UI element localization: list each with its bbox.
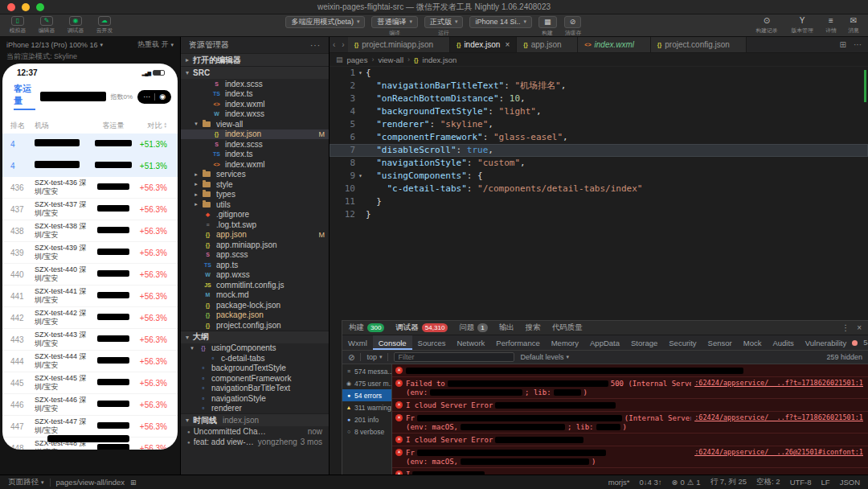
- outline-item[interactable]: ▫c-detail-tabs: [181, 353, 329, 364]
- console-filter-item[interactable]: ○8 verbose: [342, 425, 391, 438]
- close-window-button[interactable]: [7, 3, 15, 11]
- devtools-tab-storage[interactable]: Storage: [625, 335, 663, 350]
- messages-button[interactable]: ✉消息: [847, 16, 860, 35]
- clear-cache-button[interactable]: ⊘: [564, 16, 582, 28]
- tree-item[interactable]: <>index.wxml: [181, 99, 329, 109]
- console-message[interactable]: ×: [392, 364, 868, 377]
- close-panel-icon[interactable]: ×: [857, 323, 862, 332]
- code-line[interactable]: 8 "navigationStyle": "custom",: [330, 157, 868, 170]
- console-message[interactable]: ×I cloud Server Error: [392, 399, 868, 412]
- tree-item[interactable]: TSapp.ts: [181, 260, 329, 270]
- devtools-tab-wxml[interactable]: Wxml: [342, 335, 373, 350]
- table-row[interactable]: 4+51.3%: [2, 134, 178, 155]
- tree-item[interactable]: ≡.log.txt.swp: [181, 220, 329, 230]
- eol[interactable]: LF: [821, 478, 830, 487]
- table-row[interactable]: 445SZX-test-445 深圳/宝安+56.3%: [2, 372, 178, 394]
- panel-tab[interactable]: 构建300: [349, 323, 384, 333]
- fold-icon[interactable]: ▾: [355, 170, 366, 183]
- table-row[interactable]: 440SZX-test-440 深圳/宝安+56.3%: [2, 264, 178, 286]
- source-link[interactable]: :62424/appservice/__..f?t=1718626021501:…: [694, 379, 863, 387]
- tree-item[interactable]: TSindex.ts: [181, 150, 329, 160]
- page-tab[interactable]: 客运量: [14, 83, 35, 110]
- tree-item[interactable]: {}package.json: [181, 310, 329, 321]
- table-row[interactable]: 446SZX-test-446 深圳/宝安+56.3%: [2, 394, 178, 416]
- code-line[interactable]: 5 "renderer": "skyline",: [330, 118, 868, 131]
- details-button[interactable]: ≡详情: [825, 16, 837, 35]
- table-row[interactable]: 438SZX-test-438 深圳/宝安+56.3%: [2, 220, 178, 242]
- console-message[interactable]: ×I: [392, 468, 868, 475]
- outline-item[interactable]: ▾{}usingComponents: [181, 343, 329, 354]
- split-editor-icon[interactable]: ⊞: [840, 40, 846, 49]
- zoom-window-button[interactable]: [36, 3, 44, 11]
- code-editor[interactable]: 1▾{2 "navigationBarTitleText": "机场排名",3 …: [330, 67, 868, 221]
- indentation[interactable]: 空格: 2: [756, 477, 780, 487]
- timeline-entry[interactable]: ●feat: add view-all ...yongzheng3 mos: [181, 437, 329, 447]
- compile-mode-dropdown[interactable]: 普通编译 ▾: [371, 16, 418, 28]
- close-tab-icon[interactable]: ×: [505, 40, 510, 49]
- tree-item[interactable]: Wapp.wxss: [181, 270, 329, 281]
- git-branch[interactable]: morjs*: [608, 478, 630, 487]
- outline-item[interactable]: ▫renderer: [181, 404, 329, 414]
- exit-icon[interactable]: ◉: [159, 92, 166, 101]
- console-filter-item[interactable]: ●201 info: [342, 413, 391, 425]
- console-message[interactable]: ×I cloud Server Error: [392, 434, 868, 446]
- tree-item[interactable]: ▸utils: [181, 199, 329, 210]
- statusbar-page-path[interactable]: pages/view-all/index: [56, 478, 125, 487]
- table-row[interactable]: 439SZX-test-439 深圳/宝安+56.3%: [2, 242, 178, 264]
- table-row[interactable]: 447SZX-test-447 深圳/宝安+56.3%: [2, 416, 178, 438]
- console-message[interactable]: ×Failed to 500 (Internal Server Error)(e…: [392, 377, 868, 399]
- tree-item[interactable]: {}app.miniapp.json: [181, 240, 329, 250]
- src-section[interactable]: ▾ SRC: [181, 66, 329, 79]
- code-line[interactable]: 2 "navigationBarTitleText": "机场排名",: [330, 80, 868, 92]
- devtools-tab-security[interactable]: Security: [663, 335, 702, 350]
- tree-item[interactable]: ▸services: [181, 170, 329, 180]
- hot-reload-dropdown[interactable]: 热重载 开 ▾: [137, 39, 174, 50]
- timeline-section[interactable]: ▾ 时间线 index.json: [181, 413, 329, 426]
- code-line[interactable]: 6 "componentFramework": "glass-easel",: [330, 131, 868, 144]
- panel-tab[interactable]: 代码质量: [552, 323, 583, 333]
- devtools-tab-network[interactable]: Network: [451, 335, 490, 350]
- table-row[interactable]: 436SZX-test-436 深圳/宝安+56.3%: [2, 177, 178, 199]
- tree-item[interactable]: ▸style: [181, 179, 329, 190]
- tree-item[interactable]: {}package-lock.json: [181, 300, 329, 310]
- multi-mode-dropdown[interactable]: 多端应用模式(beta) ▾: [285, 16, 365, 28]
- console-filter-item[interactable]: ▲311 warnings: [342, 401, 391, 413]
- code-line[interactable]: 12}: [330, 208, 868, 221]
- sort-icon[interactable]: ▲▼: [164, 122, 167, 129]
- build-log-button[interactable]: ⊙构建记录: [754, 16, 780, 35]
- more-icon[interactable]: ···: [143, 92, 150, 101]
- table-row[interactable]: 437SZX-test-437 深圳/宝安+56.3%: [2, 199, 178, 220]
- devtools-tab-sensor[interactable]: Sensor: [702, 335, 738, 350]
- open-editors-section[interactable]: ▸ 打开的编辑器: [181, 53, 329, 66]
- wechat-capsule[interactable]: ··· ◉: [137, 90, 171, 104]
- levels-dropdown[interactable]: Default levels ▾: [520, 353, 569, 361]
- tab-index.json[interactable]: {}index.json×: [450, 37, 517, 52]
- explorer-more-icon[interactable]: ···: [310, 41, 321, 50]
- nav-forward-icon[interactable]: ›: [338, 40, 347, 49]
- more-actions-icon[interactable]: ···: [854, 40, 862, 49]
- debugger-button[interactable]: ◉调试器: [66, 16, 85, 35]
- table-row[interactable]: 442SZX-test-442 深圳/宝安+56.3%: [2, 307, 178, 329]
- tree-item[interactable]: ◆.gitignore: [181, 210, 329, 220]
- outline-item[interactable]: ▫backgroundTextStyle: [181, 364, 329, 374]
- panel-tab[interactable]: 调试器54,310: [395, 323, 448, 333]
- devtools-tab-memory[interactable]: Memory: [546, 335, 584, 350]
- tree-item[interactable]: ▸types: [181, 190, 329, 200]
- tree-item[interactable]: {}app.jsonM: [181, 230, 329, 240]
- devtools-tab-console[interactable]: Console: [373, 335, 412, 350]
- table-row[interactable]: 441SZX-test-441 深圳/宝安+56.3%: [2, 286, 178, 307]
- fold-icon[interactable]: ▾: [355, 67, 366, 80]
- context-dropdown[interactable]: top ▾: [366, 353, 382, 361]
- tab-project.miniapp.json[interactable]: {}project.miniapp.json×: [348, 37, 450, 52]
- panel-tab[interactable]: 搜索: [526, 323, 541, 333]
- devtools-tab-performance[interactable]: Performance: [490, 335, 545, 350]
- console-message[interactable]: ×Fr (env: macOS,):62424/appservice/__..2…: [392, 446, 868, 468]
- console-filter-input[interactable]: [394, 352, 514, 362]
- encoding[interactable]: UTF-8: [790, 478, 812, 487]
- language-mode[interactable]: JSON: [840, 478, 860, 487]
- console-filter-item[interactable]: ≡574 messa...: [342, 365, 391, 377]
- outline-item[interactable]: ▫navigationBarTitleText: [181, 384, 329, 394]
- tree-item[interactable]: ▾view-all: [181, 119, 329, 129]
- device-info-dropdown[interactable]: iPhone 12/13 (Pro) 100% 16 ▾: [6, 41, 103, 49]
- console-message[interactable]: ×Fr (Internal Server Error)(env: macOS,;…: [392, 412, 868, 434]
